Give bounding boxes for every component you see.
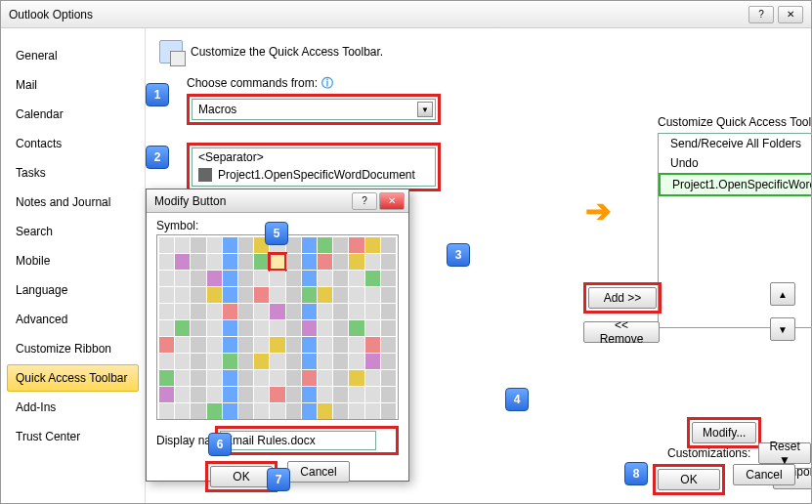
- symbol-cell[interactable]: [223, 320, 237, 336]
- symbol-cell[interactable]: [365, 320, 380, 336]
- symbol-cell[interactable]: [365, 354, 380, 369]
- symbol-cell[interactable]: [270, 254, 284, 270]
- symbol-cell[interactable]: [318, 237, 332, 253]
- symbol-cell[interactable]: [349, 403, 363, 419]
- symbol-cell[interactable]: [254, 370, 269, 386]
- symbol-cell[interactable]: [191, 237, 205, 253]
- symbol-cell[interactable]: [302, 320, 317, 336]
- symbol-cell[interactable]: [191, 387, 205, 402]
- symbol-cell[interactable]: [175, 320, 190, 336]
- symbol-cell[interactable]: [191, 320, 205, 336]
- symbol-cell[interactable]: [381, 320, 396, 336]
- symbol-cell[interactable]: [365, 287, 380, 303]
- symbol-cell[interactable]: [381, 403, 396, 419]
- symbol-cell[interactable]: [175, 254, 190, 270]
- symbol-cell[interactable]: [175, 370, 190, 386]
- symbol-cell[interactable]: [223, 271, 237, 286]
- symbol-cell[interactable]: [286, 320, 301, 336]
- symbol-cell[interactable]: [175, 403, 190, 419]
- symbol-cell[interactable]: [159, 337, 174, 353]
- symbol-cell[interactable]: [365, 403, 380, 419]
- symbol-cell[interactable]: [333, 403, 348, 419]
- symbol-cell[interactable]: [175, 304, 190, 319]
- symbol-cell[interactable]: [365, 237, 380, 253]
- symbol-cell[interactable]: [270, 337, 284, 353]
- symbol-cell[interactable]: [318, 271, 332, 286]
- modify-button[interactable]: Modify...: [692, 422, 756, 443]
- symbol-cell[interactable]: [381, 237, 396, 253]
- symbol-cell[interactable]: [302, 403, 317, 419]
- sidebar-item-advanced[interactable]: Advanced: [7, 306, 139, 333]
- symbol-cell[interactable]: [207, 370, 222, 386]
- symbol-cell[interactable]: [238, 403, 253, 419]
- symbol-cell[interactable]: [349, 237, 363, 253]
- symbol-cell[interactable]: [333, 304, 348, 319]
- symbol-cell[interactable]: [238, 320, 253, 336]
- symbol-cell[interactable]: [349, 271, 363, 286]
- symbol-cell[interactable]: [207, 403, 222, 419]
- symbol-cell[interactable]: [286, 387, 301, 402]
- symbol-cell[interactable]: [286, 337, 301, 353]
- symbol-cell[interactable]: [254, 403, 269, 419]
- symbol-cell[interactable]: [286, 354, 301, 369]
- symbol-cell[interactable]: [270, 354, 284, 369]
- sidebar-item-mail[interactable]: Mail: [7, 71, 139, 99]
- symbol-cell[interactable]: [333, 337, 348, 353]
- symbol-cell[interactable]: [159, 287, 174, 303]
- symbol-cell[interactable]: [302, 370, 317, 386]
- dialog-help-button[interactable]: ?: [352, 192, 377, 210]
- symbol-cell[interactable]: [349, 354, 363, 369]
- symbol-cell[interactable]: [191, 304, 205, 319]
- symbol-cell[interactable]: [349, 320, 363, 336]
- symbol-cell[interactable]: [223, 287, 237, 303]
- symbol-cell[interactable]: [365, 370, 380, 386]
- symbol-cell[interactable]: [223, 254, 237, 270]
- sidebar-item-general[interactable]: General: [7, 42, 139, 69]
- symbol-cell[interactable]: [191, 271, 205, 286]
- sidebar-item-notes-journal[interactable]: Notes and Journal: [7, 189, 139, 216]
- sidebar-item-trust-center[interactable]: Trust Center: [7, 423, 139, 450]
- symbol-cell[interactable]: [175, 287, 190, 303]
- symbol-cell[interactable]: [238, 237, 253, 253]
- symbol-cell[interactable]: [175, 271, 190, 286]
- symbol-cell[interactable]: [365, 337, 380, 353]
- symbol-cell[interactable]: [286, 254, 301, 270]
- symbol-cell[interactable]: [286, 271, 301, 286]
- symbol-cell[interactable]: [207, 337, 222, 353]
- sidebar-item-search[interactable]: Search: [7, 218, 139, 245]
- symbol-cell[interactable]: [286, 403, 301, 419]
- symbol-cell[interactable]: [238, 337, 253, 353]
- symbol-cell[interactable]: [270, 271, 284, 286]
- symbol-cell[interactable]: [302, 287, 317, 303]
- ok-button[interactable]: OK: [658, 469, 720, 490]
- list-item[interactable]: Undo: [659, 153, 812, 173]
- symbol-cell[interactable]: [254, 354, 269, 369]
- move-up-button[interactable]: ▲: [770, 282, 795, 306]
- dialog-close-button[interactable]: ✕: [379, 192, 405, 210]
- reset-button[interactable]: Reset ▼: [758, 442, 810, 464]
- cancel-button[interactable]: Cancel: [733, 464, 795, 485]
- symbol-cell[interactable]: [159, 254, 174, 270]
- display-name-input[interactable]: [220, 431, 376, 450]
- symbol-cell[interactable]: [223, 304, 237, 319]
- list-item[interactable]: Send/Receive All Folders: [659, 134, 812, 153]
- symbol-cell[interactable]: [238, 354, 253, 369]
- symbol-cell[interactable]: [318, 320, 332, 336]
- symbol-cell[interactable]: [270, 387, 284, 402]
- list-item[interactable]: Project1.OpenSpecificWordDocument: [192, 166, 435, 184]
- list-item[interactable]: <Separator>: [192, 148, 435, 166]
- symbol-cell[interactable]: [302, 354, 317, 369]
- help-button[interactable]: ?: [748, 6, 774, 23]
- symbol-cell[interactable]: [381, 370, 396, 386]
- list-item-selected[interactable]: Project1.OpenSpecificWordDocu...: [659, 173, 812, 196]
- symbol-cell[interactable]: [223, 370, 237, 386]
- symbol-cell[interactable]: [254, 320, 269, 336]
- symbol-cell[interactable]: [381, 271, 396, 286]
- symbol-cell[interactable]: [207, 287, 222, 303]
- sidebar-item-language[interactable]: Language: [7, 276, 139, 304]
- symbol-cell[interactable]: [349, 304, 363, 319]
- symbol-cell[interactable]: [333, 271, 348, 286]
- symbol-cell[interactable]: [333, 287, 348, 303]
- symbol-cell[interactable]: [270, 320, 284, 336]
- symbol-cell[interactable]: [318, 287, 332, 303]
